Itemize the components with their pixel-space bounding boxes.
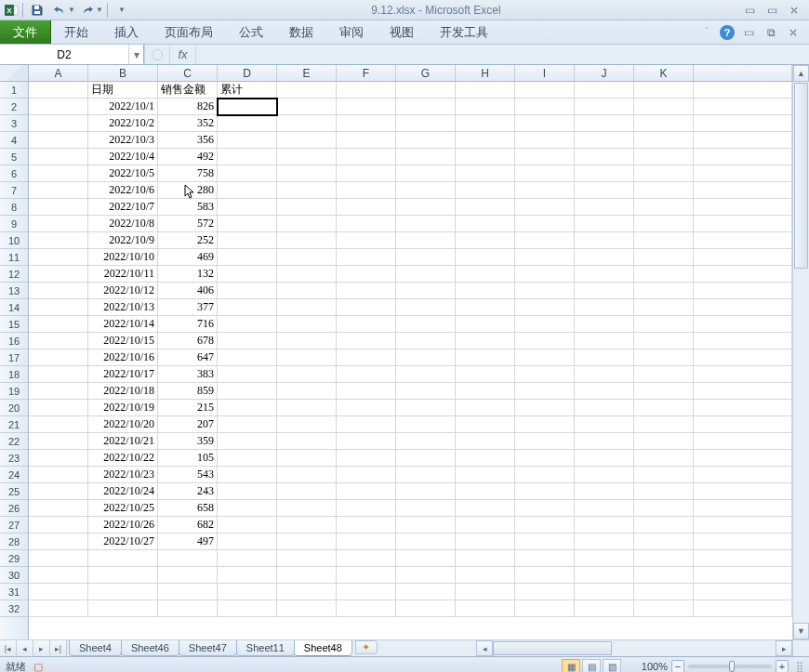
cell-I10[interactable]	[515, 232, 575, 249]
row-header-21[interactable]: 21	[0, 416, 28, 433]
cell-D4[interactable]	[218, 132, 277, 149]
cell-K11[interactable]	[634, 249, 694, 266]
cell-J32[interactable]	[575, 600, 634, 617]
tab-insert[interactable]: 插入	[101, 20, 152, 44]
cell-E26[interactable]	[277, 500, 337, 517]
cell-D2[interactable]	[218, 99, 277, 115]
cell-A6[interactable]	[29, 165, 88, 182]
cell-G14[interactable]	[396, 299, 456, 316]
row-header-22[interactable]: 22	[0, 433, 28, 450]
cell-F28[interactable]	[337, 534, 396, 550]
cell-I21[interactable]	[515, 416, 575, 433]
cell-H16[interactable]	[456, 333, 515, 349]
cell-D18[interactable]	[218, 366, 277, 383]
row-header-28[interactable]: 28	[0, 534, 28, 550]
cell-blank[interactable]	[694, 416, 792, 433]
cell-I6[interactable]	[515, 165, 575, 182]
hscroll-thumb[interactable]	[493, 641, 612, 655]
cell-E23[interactable]	[277, 450, 337, 467]
cell-A12[interactable]	[29, 266, 88, 283]
row-header-17[interactable]: 17	[0, 349, 28, 366]
col-header-f[interactable]: F	[337, 65, 396, 81]
cell-H11[interactable]	[456, 249, 515, 266]
tab-developer[interactable]: 开发工具	[427, 20, 501, 44]
cell-I32[interactable]	[515, 600, 575, 617]
cell-C11[interactable]: 469	[158, 249, 218, 266]
cell-I17[interactable]	[515, 349, 575, 366]
cell-A14[interactable]	[29, 299, 88, 316]
cell-B13[interactable]: 2022/10/12	[88, 283, 158, 299]
cell-G21[interactable]	[396, 416, 456, 433]
cell-A13[interactable]	[29, 283, 88, 299]
cell-B21[interactable]: 2022/10/20	[88, 416, 158, 433]
cell-I4[interactable]	[515, 132, 575, 149]
cell-F16[interactable]	[337, 333, 396, 349]
cell-J11[interactable]	[575, 249, 634, 266]
undo-button[interactable]	[49, 1, 70, 20]
cell-F32[interactable]	[337, 600, 396, 617]
cell-I24[interactable]	[515, 467, 575, 483]
record-macro-icon[interactable]: ▢	[33, 661, 43, 673]
cell-D9[interactable]	[218, 216, 277, 232]
cell-A27[interactable]	[29, 517, 88, 534]
name-box-dropdown-icon[interactable]: ▾	[128, 45, 143, 64]
col-header-c[interactable]: C	[158, 65, 218, 81]
row-header-8[interactable]: 8	[0, 199, 28, 216]
cell-J30[interactable]	[575, 567, 634, 584]
cell-B12[interactable]: 2022/10/11	[88, 266, 158, 283]
view-page-layout-button[interactable]: ▤	[582, 659, 601, 672]
cell-D26[interactable]	[218, 500, 277, 517]
cell-B2[interactable]: 2022/10/1	[88, 99, 158, 115]
cell-F25[interactable]	[337, 483, 396, 500]
cell-I9[interactable]	[515, 216, 575, 232]
cell-F5[interactable]	[337, 149, 396, 165]
cell-C3[interactable]: 352	[158, 115, 218, 132]
cell-B17[interactable]: 2022/10/16	[88, 349, 158, 366]
cell-I18[interactable]	[515, 366, 575, 383]
cell-G6[interactable]	[396, 165, 456, 182]
cell-I12[interactable]	[515, 266, 575, 283]
cell-G2[interactable]	[396, 99, 456, 115]
cell-G9[interactable]	[396, 216, 456, 232]
cell-I30[interactable]	[515, 567, 575, 584]
file-tab[interactable]: 文件	[0, 20, 51, 44]
cell-A22[interactable]	[29, 433, 88, 450]
cell-blank[interactable]	[694, 232, 792, 249]
cell-F2[interactable]	[337, 99, 396, 115]
cells[interactable]: 日期销售金额累计2022/10/18262022/10/23522022/10/…	[29, 82, 792, 639]
cell-F10[interactable]	[337, 232, 396, 249]
cell-F27[interactable]	[337, 517, 396, 534]
row-header-10[interactable]: 10	[0, 232, 28, 249]
cell-E9[interactable]	[277, 216, 337, 232]
row-header-25[interactable]: 25	[0, 483, 28, 500]
cell-J18[interactable]	[575, 366, 634, 383]
cell-K15[interactable]	[634, 316, 694, 333]
window-minimize-icon[interactable]: ▭	[740, 24, 757, 41]
row-header-24[interactable]: 24	[0, 467, 28, 483]
cell-F14[interactable]	[337, 299, 396, 316]
close-button[interactable]: ⤫	[785, 3, 803, 18]
cell-F13[interactable]	[337, 283, 396, 299]
cell-E13[interactable]	[277, 283, 337, 299]
sheet-tab-sheet46[interactable]: Sheet46	[121, 640, 179, 656]
cell-E28[interactable]	[277, 534, 337, 550]
name-box[interactable]: D2 ▾	[0, 45, 144, 64]
cell-B20[interactable]: 2022/10/19	[88, 400, 158, 416]
cell-blank[interactable]	[694, 249, 792, 266]
sheet-tab-sheet4[interactable]: Sheet4	[69, 640, 122, 656]
cell-J12[interactable]	[575, 266, 634, 283]
cell-H13[interactable]	[456, 283, 515, 299]
zoom-out-button[interactable]: −	[671, 660, 684, 672]
cell-J13[interactable]	[575, 283, 634, 299]
cell-K17[interactable]	[634, 349, 694, 366]
cell-K13[interactable]	[634, 283, 694, 299]
col-header-h[interactable]: H	[456, 65, 515, 81]
redo-button[interactable]	[77, 1, 98, 20]
cell-blank[interactable]	[694, 182, 792, 199]
cell-blank[interactable]	[694, 567, 792, 584]
tab-home[interactable]: 开始	[51, 20, 101, 44]
cell-C8[interactable]: 583	[158, 199, 218, 216]
cell-C20[interactable]: 215	[158, 400, 218, 416]
cell-J21[interactable]	[575, 416, 634, 433]
cell-A3[interactable]	[29, 115, 88, 132]
